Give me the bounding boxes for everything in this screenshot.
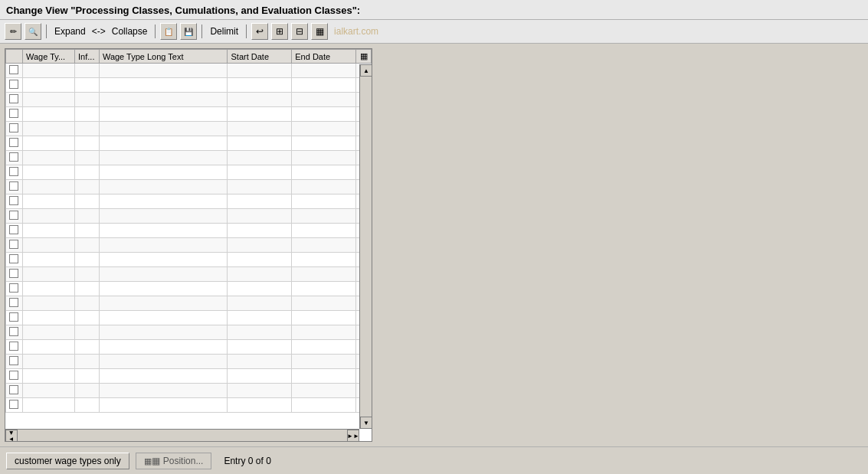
row-check-1[interactable]	[6, 78, 23, 93]
row-enddate-10	[292, 209, 356, 224]
row-check-22[interactable]	[6, 384, 23, 398]
table-row[interactable]	[6, 78, 372, 93]
row-check-12[interactable]	[6, 238, 23, 253]
delimit-button[interactable]: Delimit	[207, 25, 241, 38]
table-row[interactable]	[6, 369, 372, 384]
vertical-scrollbar[interactable]	[359, 64, 372, 429]
row-check-4[interactable]	[6, 122, 23, 136]
row-wagety-3	[22, 107, 74, 122]
content-area: Wage Ty... Inf... Wage Type Long Text St…	[0, 44, 868, 446]
table-row[interactable]	[6, 355, 372, 369]
table-row[interactable]	[6, 267, 372, 282]
col-header-longtext[interactable]: Wage Type Long Text	[99, 50, 228, 64]
row-check-9[interactable]	[6, 195, 23, 209]
undo-button[interactable]	[251, 23, 268, 40]
table-row[interactable]	[6, 151, 372, 165]
row-longtext-3	[99, 107, 228, 122]
scroll-right-button[interactable]: ►	[347, 430, 359, 441]
table-row[interactable]	[6, 238, 372, 253]
row-wagety-10	[22, 209, 74, 224]
table-row[interactable]	[6, 398, 372, 413]
table-row[interactable]	[6, 107, 372, 122]
table-row[interactable]	[6, 122, 372, 136]
magnify-button[interactable]	[25, 23, 41, 40]
row-startdate-12	[228, 238, 292, 253]
table-row[interactable]	[6, 195, 372, 209]
table-row[interactable]	[6, 311, 372, 325]
save-button[interactable]	[180, 23, 197, 40]
table-row[interactable]	[6, 165, 372, 180]
table-row[interactable]	[6, 64, 372, 78]
row-check-13[interactable]	[6, 253, 23, 267]
table-row[interactable]	[6, 180, 372, 195]
table-row[interactable]	[6, 325, 372, 340]
row-check-23[interactable]	[6, 398, 23, 413]
pencil-button[interactable]	[5, 23, 21, 40]
row-enddate-22	[292, 384, 356, 398]
row-longtext-23	[99, 398, 228, 413]
row-check-6[interactable]	[6, 151, 23, 165]
collapse-button[interactable]: Collapse	[109, 25, 151, 38]
separator-2	[155, 25, 156, 38]
row-check-19[interactable]	[6, 340, 23, 355]
col-header-inf[interactable]: Inf...	[75, 50, 100, 64]
row-check-16[interactable]	[6, 296, 23, 311]
table-row[interactable]	[6, 253, 372, 267]
row-wagety-14	[22, 267, 74, 282]
row-longtext-20	[99, 355, 228, 369]
row-check-18[interactable]	[6, 325, 23, 340]
horizontal-scrollbar[interactable]: ◄ ►	[5, 429, 359, 441]
col-header-enddate[interactable]: End Date	[292, 50, 356, 64]
row-check-17[interactable]	[6, 311, 23, 325]
row-check-7[interactable]	[6, 165, 23, 180]
table-row[interactable]	[6, 282, 372, 296]
table-row[interactable]	[6, 296, 372, 311]
table-row[interactable]	[6, 224, 372, 238]
table-row[interactable]	[6, 93, 372, 107]
table-row[interactable]	[6, 209, 372, 224]
row-check-15[interactable]	[6, 282, 23, 296]
row-check-11[interactable]	[6, 224, 23, 238]
position-button[interactable]: ▦ Position...	[136, 453, 212, 469]
row-inf-1	[75, 78, 100, 93]
scroll-left-button[interactable]: ◄	[5, 430, 18, 441]
row-check-5[interactable]	[6, 136, 23, 151]
table-row[interactable]	[6, 136, 372, 151]
table-row[interactable]	[6, 384, 372, 398]
col-header-startdate[interactable]: Start Date	[228, 50, 292, 64]
row-check-0[interactable]	[6, 64, 23, 78]
row-enddate-19	[292, 340, 356, 355]
scroll-up-button[interactable]	[360, 64, 372, 77]
row-startdate-22	[228, 384, 292, 398]
col-header-wagety[interactable]: Wage Ty...	[22, 50, 74, 64]
row-inf-0	[75, 64, 100, 78]
separator-3	[201, 25, 202, 38]
row-check-21[interactable]	[6, 369, 23, 384]
grid3-button[interactable]	[311, 23, 328, 40]
customer-wage-types-button[interactable]: customer wage types only	[6, 453, 129, 469]
row-startdate-19	[228, 340, 292, 355]
row-check-14[interactable]	[6, 267, 23, 282]
scroll-down-button[interactable]	[360, 417, 372, 429]
row-check-8[interactable]	[6, 180, 23, 195]
row-check-10[interactable]	[6, 209, 23, 224]
row-startdate-21	[228, 369, 292, 384]
title-bar: Change View "Processing Classes, Cumulat…	[0, 0, 868, 20]
row-longtext-22	[99, 384, 228, 398]
col-header-settings[interactable]	[356, 50, 372, 64]
row-enddate-20	[292, 355, 356, 369]
row-wagety-19	[22, 340, 74, 355]
row-longtext-21	[99, 369, 228, 384]
row-check-20[interactable]	[6, 355, 23, 369]
row-check-3[interactable]	[6, 107, 23, 122]
copy-button[interactable]	[160, 23, 177, 40]
expand-button[interactable]: Expand	[51, 25, 89, 38]
row-longtext-4	[99, 122, 228, 136]
grid2-button[interactable]	[291, 23, 308, 40]
row-wagety-5	[22, 136, 74, 151]
row-inf-7	[75, 165, 100, 180]
table-row[interactable]	[6, 340, 372, 355]
row-check-2[interactable]	[6, 93, 23, 107]
row-wagety-22	[22, 384, 74, 398]
grid1-button[interactable]	[271, 23, 288, 40]
